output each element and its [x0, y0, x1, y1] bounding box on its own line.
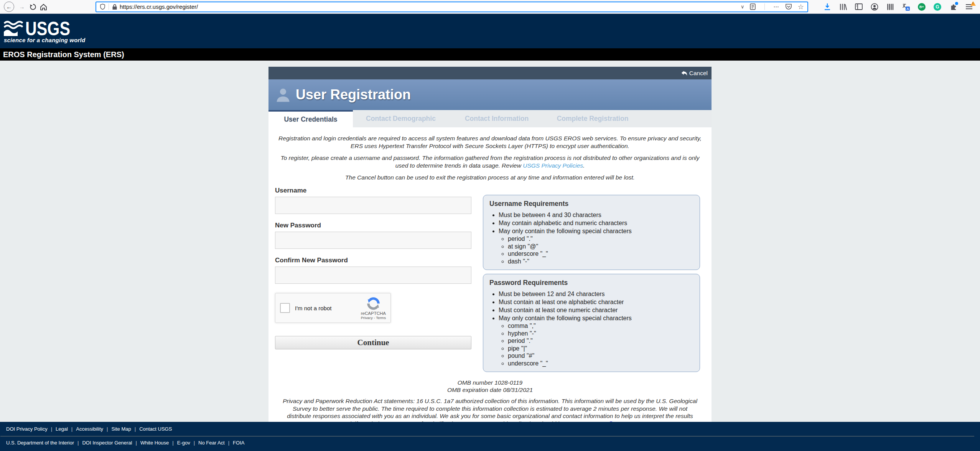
- reload-button[interactable]: [30, 3, 36, 10]
- username-label: Username: [275, 187, 471, 194]
- usgs-logo[interactable]: USGS science for a changing world: [4, 19, 85, 43]
- footer-link[interactable]: E-gov: [169, 440, 190, 446]
- tab[interactable]: Complete Registration: [545, 110, 641, 127]
- recaptcha-privacy-terms-links[interactable]: Privacy - Terms: [361, 316, 386, 320]
- svg-text:USGS: USGS: [25, 19, 70, 36]
- ers-app-title: EROS Registration System (ERS): [3, 50, 124, 59]
- downloads-button[interactable]: [823, 3, 832, 11]
- usgs-privacy-policies-link[interactable]: USGS Privacy Policies: [523, 162, 583, 169]
- tab-label: Contact Information: [465, 115, 529, 122]
- footer-link[interactable]: No Fear Act: [190, 440, 225, 446]
- cancel-button[interactable]: Cancel: [681, 70, 708, 77]
- https-lock-icon[interactable]: [112, 4, 117, 10]
- page-actions-icon[interactable]: •••: [774, 5, 779, 8]
- tab[interactable]: Contact Demographic: [353, 110, 449, 127]
- menu-button[interactable]: !: [965, 3, 973, 11]
- usgs-header: USGS science for a changing world: [0, 14, 980, 48]
- intro-p2-period: .: [583, 162, 585, 169]
- usgs-logo-icon: USGS: [4, 19, 71, 36]
- intro-section: Registration and login credentials are r…: [275, 135, 705, 181]
- footer-links-row-1: DOI Privacy PolicyLegalAccessibilitySite…: [0, 426, 980, 432]
- back-button[interactable]: ←: [4, 2, 14, 12]
- urlbar-separator-2: [764, 3, 765, 10]
- reader-mode-icon[interactable]: [750, 3, 756, 10]
- footer-link[interactable]: Contact USGS: [131, 426, 172, 432]
- requirement-sub-item: period ".": [508, 235, 693, 243]
- recaptcha-widget: I'm not a robot reCAPTCHA Privacy - Term…: [275, 293, 391, 323]
- recaptcha-logo-icon: [366, 296, 380, 311]
- translate-icon: A: [902, 3, 910, 11]
- continue-button[interactable]: Continue: [275, 336, 471, 349]
- footer-links-row-2: U.S. Department of the InteriorDOI Inspe…: [0, 440, 980, 446]
- home-button[interactable]: [40, 3, 47, 10]
- footer-link[interactable]: White House: [132, 440, 169, 446]
- usgs-tagline: science for a changing world: [4, 37, 85, 43]
- ers-app-bar: EROS Registration System (ERS): [0, 48, 980, 61]
- translate-extension-button[interactable]: A: [902, 3, 910, 11]
- containers-extension-button[interactable]: [886, 3, 894, 11]
- footer-link[interactable]: Legal: [48, 426, 68, 432]
- tracking-protection-shield-icon[interactable]: [100, 3, 105, 10]
- tab[interactable]: Contact Information: [449, 110, 545, 127]
- credentials-form: Username New Password Confirm New Passwo…: [275, 187, 471, 376]
- registration-tabs: User Credentials Contact Demographic Con…: [268, 110, 712, 127]
- requirement-sub-item: pound "#": [508, 352, 693, 360]
- footer-link[interactable]: Accessibility: [68, 426, 103, 432]
- tab-label: Contact Demographic: [366, 115, 436, 122]
- b-plus-extension-icon: B+: [918, 3, 926, 11]
- browser-toolbar: ← → ∨ ••• ☆: [0, 0, 980, 14]
- requirement-sub-item: pipe "|": [508, 345, 693, 352]
- address-bar[interactable]: ∨ ••• ☆: [96, 2, 808, 12]
- intro-paragraph-2: To register, please create a username an…: [278, 154, 702, 170]
- confirm-password-field[interactable]: [275, 267, 471, 284]
- recaptcha-brand: reCAPTCHA Privacy - Terms: [361, 296, 386, 320]
- extensions-button[interactable]: [949, 3, 957, 11]
- grammarly-icon: G: [934, 3, 941, 11]
- account-button[interactable]: [870, 3, 879, 11]
- requirement-sublist: period "."at sign "@"underscore "_"dash …: [499, 235, 693, 265]
- new-password-field[interactable]: [275, 232, 471, 249]
- requirement-item: May contain alphabetic and numeric chara…: [499, 219, 693, 227]
- footer-link[interactable]: DOI Inspector General: [74, 440, 132, 446]
- omb-statement: OMB number 1028-0119 OMB expiration date…: [275, 379, 705, 393]
- sidebar-icon: [855, 3, 863, 10]
- tab-label: Complete Registration: [557, 115, 629, 122]
- footer-link[interactable]: U.S. Department of the Interior: [6, 440, 74, 446]
- requirement-item: May only contain the following special c…: [499, 227, 693, 265]
- footer-link[interactable]: Site Map: [103, 426, 131, 432]
- site-footer: DOI Privacy PolicyLegalAccessibilitySite…: [0, 422, 980, 451]
- username-field[interactable]: [275, 197, 471, 214]
- urlbar-dropdown-chevron-icon[interactable]: ∨: [741, 4, 744, 9]
- footer-link[interactable]: FOIA: [225, 440, 245, 446]
- cancel-label: Cancel: [689, 70, 708, 77]
- omb-expiration: OMB expiration date 08/31/2021: [275, 386, 705, 393]
- pocket-icon[interactable]: [785, 3, 792, 10]
- username-requirements-box: Username Requirements Must be between 4 …: [483, 195, 700, 270]
- card-header: User Registration: [268, 79, 712, 110]
- menu-warning-badge: !: [970, 1, 976, 6]
- tab[interactable]: User Credentials: [268, 110, 353, 127]
- grammarly-extension-button[interactable]: G: [933, 3, 942, 11]
- registration-card: Cancel User Registration User Credential…: [268, 67, 712, 438]
- library-icon: [840, 3, 847, 10]
- library-button[interactable]: [839, 3, 847, 11]
- url-input[interactable]: [117, 3, 741, 10]
- username-requirements-title: Username Requirements: [489, 200, 693, 208]
- password-requirements-box: Password Requirements Must be between 12…: [483, 274, 700, 372]
- urlbar-separator: [109, 3, 109, 10]
- new-password-label: New Password: [275, 222, 471, 229]
- svg-text:A: A: [906, 7, 909, 10]
- footer-divider: [0, 436, 974, 436]
- requirement-sub-item: underscore "_": [508, 360, 693, 367]
- forward-button[interactable]: →: [18, 3, 26, 10]
- sidebars-button[interactable]: [855, 3, 863, 11]
- bookmark-star-icon[interactable]: ☆: [798, 3, 804, 10]
- requirement-item: Must contain at least one numeric charac…: [499, 306, 693, 314]
- requirements-column: Username Requirements Must be between 4 …: [483, 195, 700, 376]
- back-icon: ←: [6, 3, 12, 10]
- b-plus-extension-button[interactable]: B+: [917, 3, 926, 11]
- footer-link[interactable]: DOI Privacy Policy: [6, 426, 48, 432]
- confirm-password-label: Confirm New Password: [275, 257, 471, 264]
- requirement-sub-item: underscore "_": [508, 250, 693, 258]
- recaptcha-checkbox[interactable]: [280, 303, 290, 313]
